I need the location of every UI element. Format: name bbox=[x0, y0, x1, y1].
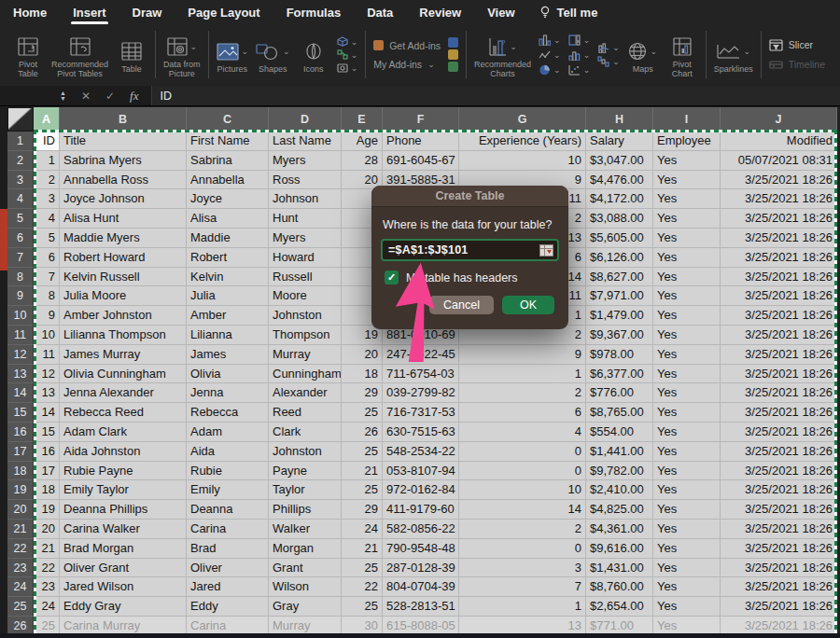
cell[interactable]: 3/25/2021 18:26 bbox=[721, 171, 837, 190]
row-header-22[interactable]: 22 bbox=[7, 539, 34, 559]
cell[interactable]: $776.00 bbox=[586, 383, 653, 403]
cell[interactable]: Jared Wilson bbox=[60, 577, 187, 597]
cell[interactable]: Taylor bbox=[269, 480, 342, 500]
row-header-2[interactable]: 2 bbox=[7, 151, 34, 171]
cell[interactable]: $3,047.00 bbox=[586, 151, 653, 171]
cell[interactable]: 25 bbox=[342, 559, 383, 578]
column-header-J[interactable]: J bbox=[721, 107, 837, 132]
column-header-H[interactable]: H bbox=[586, 107, 653, 132]
row-header-11[interactable]: 11 bbox=[7, 326, 34, 345]
pictures-button[interactable]: ⌄ Pictures bbox=[217, 35, 249, 74]
cell[interactable]: Yes bbox=[653, 306, 721, 326]
combo-chart-button[interactable]: ⌄ bbox=[597, 42, 620, 53]
column-header-A[interactable]: A bbox=[34, 107, 60, 132]
cell[interactable]: 3/25/2021 18:26 bbox=[721, 286, 837, 306]
cell[interactable]: 10 bbox=[459, 151, 586, 171]
formula-input[interactable]: ID bbox=[151, 86, 840, 105]
cell[interactable]: 10 bbox=[459, 480, 586, 500]
cell[interactable]: 3/25/2021 18:26 bbox=[721, 520, 837, 539]
column-header-E[interactable]: E bbox=[342, 107, 383, 132]
cell[interactable]: 28 bbox=[342, 151, 383, 171]
cell[interactable]: 20 bbox=[34, 520, 60, 539]
cell[interactable]: 3/25/2021 18:26 bbox=[721, 597, 837, 617]
tab-formulas[interactable]: Formulas bbox=[285, 2, 343, 23]
checkbox-checked-icon[interactable]: ✓ bbox=[385, 270, 399, 284]
cell[interactable]: Jenna Alexander bbox=[60, 383, 187, 403]
cell[interactable]: Myers bbox=[269, 229, 342, 248]
cell[interactable]: 7 bbox=[459, 577, 586, 597]
cell[interactable]: 6 bbox=[34, 248, 60, 268]
table-button[interactable]: Table bbox=[116, 35, 147, 74]
cell[interactable]: 10 bbox=[34, 326, 60, 345]
cell[interactable]: Lilianna Thompson bbox=[60, 326, 187, 345]
cell[interactable]: First Name bbox=[187, 132, 269, 151]
cell[interactable]: $4,825.00 bbox=[586, 500, 653, 520]
tab-data[interactable]: Data bbox=[365, 2, 395, 23]
cell[interactable]: Robert Howard bbox=[60, 248, 187, 268]
cell[interactable]: Yes bbox=[653, 462, 721, 481]
cell[interactable]: Lilianna bbox=[187, 326, 269, 345]
cell[interactable]: 9 bbox=[34, 306, 60, 326]
cell[interactable]: 15 bbox=[34, 423, 60, 442]
cell[interactable]: 18 bbox=[34, 480, 60, 500]
row-header-9[interactable]: 9 bbox=[7, 286, 34, 306]
cell[interactable]: Alisa bbox=[187, 209, 269, 229]
add-in-icon[interactable] bbox=[448, 49, 458, 60]
cell[interactable]: Deanna Phillips bbox=[60, 500, 187, 520]
cell[interactable]: Carina Walker bbox=[60, 520, 187, 539]
cell[interactable]: 23 bbox=[34, 577, 60, 597]
cell[interactable]: 14 bbox=[459, 500, 586, 520]
cell[interactable]: Oliver bbox=[187, 559, 269, 578]
recommended-charts-button[interactable]: ? ⌄ Recommended Charts bbox=[474, 31, 531, 78]
cell[interactable]: 3/25/2021 18:26 bbox=[721, 559, 837, 578]
cell[interactable]: Yes bbox=[653, 500, 721, 520]
cell[interactable]: Reed bbox=[269, 403, 342, 423]
cell[interactable]: Gray bbox=[269, 597, 342, 617]
cell[interactable]: Yes bbox=[653, 403, 721, 423]
cell[interactable]: Yes bbox=[653, 423, 721, 442]
row-header-8[interactable]: 8 bbox=[7, 268, 34, 287]
cell[interactable]: 8 bbox=[34, 286, 60, 306]
cell[interactable]: Howard bbox=[269, 248, 342, 268]
row-header-3[interactable]: 3 bbox=[7, 171, 34, 190]
cell[interactable]: Myers bbox=[269, 151, 342, 171]
cell[interactable]: Jenna bbox=[187, 383, 269, 403]
row-header-13[interactable]: 13 bbox=[7, 365, 34, 384]
row-header-1[interactable]: 1 bbox=[7, 132, 34, 151]
cell[interactable]: Yes bbox=[653, 229, 721, 248]
cell[interactable]: 1 bbox=[459, 597, 586, 617]
cell[interactable]: 24 bbox=[34, 597, 60, 617]
cell[interactable]: 3/25/2021 18:26 bbox=[721, 462, 837, 481]
ok-button[interactable]: OK bbox=[502, 296, 554, 314]
cell[interactable]: Olivia bbox=[187, 365, 269, 384]
cell[interactable]: 039-2799-82 bbox=[383, 383, 459, 403]
cell[interactable]: Carina bbox=[187, 520, 269, 539]
scatter-chart-button[interactable]: ⌄ bbox=[568, 63, 591, 76]
cell[interactable]: Eddy bbox=[187, 597, 269, 617]
cell[interactable]: $4,476.00 bbox=[586, 171, 653, 190]
cell[interactable]: $1,431.00 bbox=[586, 559, 653, 578]
cell[interactable]: $6,126.00 bbox=[586, 248, 653, 268]
row-header-5[interactable]: 5 bbox=[7, 209, 34, 229]
cell[interactable]: $9,616.00 bbox=[586, 539, 653, 559]
cell[interactable]: Jared bbox=[187, 577, 269, 597]
three-d-models-button[interactable]: ⌄ bbox=[337, 36, 358, 47]
cell[interactable]: Yes bbox=[653, 189, 721, 209]
my-add-ins-button[interactable]: My Add-ins ⌄ bbox=[373, 59, 441, 70]
cell[interactable]: 3/25/2021 18:26 bbox=[721, 403, 837, 423]
cell[interactable]: Title bbox=[60, 132, 187, 151]
cell[interactable]: 3/25/2021 18:26 bbox=[721, 189, 837, 209]
cell[interactable]: 3/25/2021 18:26 bbox=[721, 229, 837, 248]
cancel-entry-icon[interactable]: ✕ bbox=[81, 90, 91, 103]
pie-chart-button[interactable]: ⌄ bbox=[539, 63, 561, 76]
cell[interactable]: 11 bbox=[34, 345, 60, 365]
cell[interactable]: 3/25/2021 18:26 bbox=[721, 209, 837, 229]
cell[interactable]: 21 bbox=[342, 539, 383, 559]
cell[interactable]: Employee bbox=[653, 132, 721, 151]
get-add-ins-button[interactable]: Get Add-ins bbox=[373, 40, 441, 51]
cell[interactable]: 16 bbox=[34, 442, 60, 462]
cell[interactable]: Johnson bbox=[269, 189, 342, 209]
cell[interactable]: $1,479.00 bbox=[586, 306, 653, 326]
cell[interactable]: Oliver Grant bbox=[60, 559, 187, 578]
cell[interactable]: 5 bbox=[34, 229, 60, 248]
